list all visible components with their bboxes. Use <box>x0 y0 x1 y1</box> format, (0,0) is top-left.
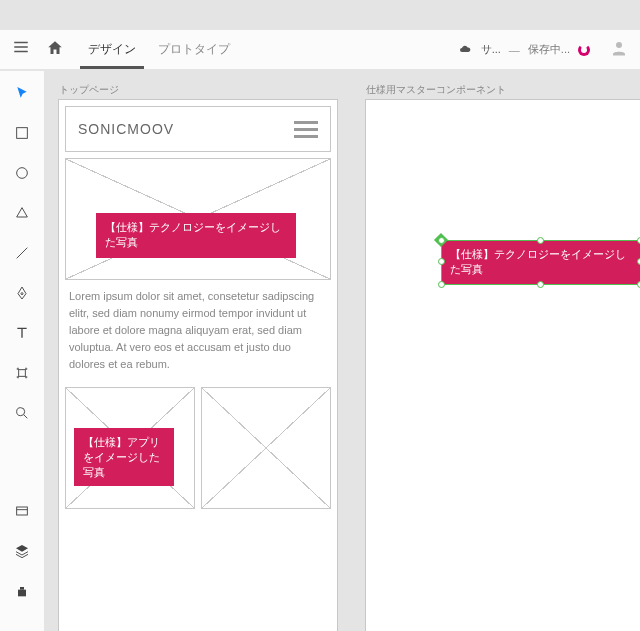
mock-hamburger-icon <box>294 121 318 138</box>
svg-rect-4 <box>19 370 26 377</box>
menubar: デザイン プロトタイプ サ... — 保存中... <box>0 30 640 70</box>
left-toolbar <box>0 70 45 631</box>
save-status: 保存中... <box>528 42 570 57</box>
pen-tool[interactable] <box>12 283 32 303</box>
design-canvas[interactable]: トップページ 仕様用マスターコンポーネント SONICMOOV 【仕様】テクノロ… <box>45 70 640 631</box>
plugins-panel-button[interactable] <box>12 581 32 601</box>
resize-handle-s[interactable] <box>537 281 544 288</box>
resize-handle-n[interactable] <box>537 237 544 244</box>
tab-prototype[interactable]: プロトタイプ <box>150 31 238 69</box>
window-titlebar <box>0 0 640 30</box>
mock-header: SONICMOOV <box>65 106 331 152</box>
polygon-tool[interactable] <box>12 203 32 223</box>
zoom-tool[interactable] <box>12 403 32 423</box>
document-name[interactable]: サ... <box>481 42 501 57</box>
spec-annotation-hero[interactable]: 【仕様】テクノロジーをイメージした写真 <box>96 213 296 258</box>
svg-rect-1 <box>17 128 28 139</box>
card-image-placeholder-2[interactable] <box>201 387 331 509</box>
avatar[interactable] <box>610 39 634 61</box>
home-button[interactable] <box>40 39 70 61</box>
layers-panel-button[interactable] <box>12 541 32 561</box>
ellipse-tool[interactable] <box>12 163 32 183</box>
tab-design[interactable]: デザイン <box>80 31 144 69</box>
assets-panel-button[interactable] <box>12 501 32 521</box>
select-tool[interactable] <box>12 83 32 103</box>
resize-handle-w[interactable] <box>438 258 445 265</box>
svg-point-2 <box>17 168 28 179</box>
artboard-tool[interactable] <box>12 363 32 383</box>
card-image-placeholder-1[interactable]: 【仕様】アプリをイメージした写真 <box>65 387 195 509</box>
resize-handle-sw[interactable] <box>438 281 445 288</box>
spec-annotation-app[interactable]: 【仕様】アプリをイメージした写真 <box>74 428 174 486</box>
main-menu-button[interactable] <box>6 38 36 61</box>
lorem-text[interactable]: Lorem ipsum dolor sit amet, consetetur s… <box>59 286 337 381</box>
artboard-label-1[interactable]: トップページ <box>59 83 119 97</box>
line-tool[interactable] <box>12 243 32 263</box>
brand-text: SONICMOOV <box>78 121 174 137</box>
separator-dash: — <box>509 44 520 56</box>
saving-spinner-icon <box>578 44 590 56</box>
component-label: 【仕様】テクノロジーをイメージした写真 <box>450 248 626 275</box>
svg-point-0 <box>616 42 622 48</box>
svg-point-5 <box>17 408 25 416</box>
rectangle-tool[interactable] <box>12 123 32 143</box>
svg-point-3 <box>21 293 23 295</box>
svg-rect-6 <box>17 507 28 515</box>
artboard-top-page[interactable]: SONICMOOV 【仕様】テクノロジーをイメージした写真 Lorem ipsu… <box>58 99 338 631</box>
selected-component[interactable]: 【仕様】テクノロジーをイメージした写真 <box>441 240 640 285</box>
artboard-master-components[interactable]: 【仕様】テクノロジーをイメージした写真 <box>365 99 640 631</box>
cloud-icon <box>457 41 473 58</box>
artboard-label-2[interactable]: 仕様用マスターコンポーネント <box>366 83 506 97</box>
resize-handle-nw[interactable] <box>438 237 445 244</box>
text-tool[interactable] <box>12 323 32 343</box>
hero-image-placeholder[interactable]: 【仕様】テクノロジーをイメージした写真 <box>65 158 331 280</box>
